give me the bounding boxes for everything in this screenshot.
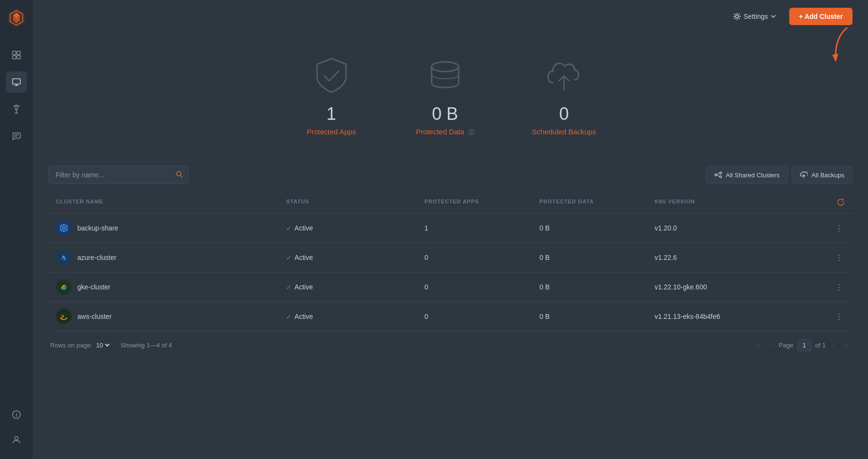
cloud-icon-container bbox=[537, 52, 591, 100]
all-shared-clusters-button[interactable]: All Shared Clusters bbox=[706, 166, 788, 184]
svg-point-20 bbox=[432, 62, 459, 72]
action-buttons: All Shared Clusters All Backups bbox=[706, 166, 853, 184]
clusters-table: CLUSTER NAME STATUS PROTECTED APPS PROTE… bbox=[48, 194, 853, 331]
sidebar-bottom bbox=[6, 403, 27, 451]
svg-point-23 bbox=[720, 172, 722, 174]
shield-icon-container bbox=[305, 52, 358, 100]
gear-icon bbox=[733, 13, 741, 20]
refresh-button[interactable] bbox=[837, 199, 845, 208]
cluster-name-cell: gke-cluster bbox=[56, 279, 286, 295]
table-row[interactable]: azure-cluster ✓ Active 0 0 B v1.22.6 ⋮ bbox=[48, 243, 853, 273]
cluster-name: azure-cluster bbox=[77, 254, 116, 261]
table-footer: Rows on page: 10 25 50 Showing 1—4 of 4 … bbox=[48, 331, 853, 359]
status-cell: ✓ Active bbox=[286, 283, 424, 291]
database-icon bbox=[423, 55, 467, 98]
protected-apps-value: 1 bbox=[424, 224, 539, 232]
cluster-name: gke-cluster bbox=[77, 283, 110, 291]
shield-icon bbox=[310, 55, 353, 98]
col-protected-apps: PROTECTED APPS bbox=[424, 199, 539, 208]
info-icon[interactable]: ⓘ bbox=[468, 129, 474, 136]
rows-label: Rows on page: bbox=[50, 342, 92, 349]
sidebar bbox=[0, 0, 33, 459]
filter-wrap bbox=[48, 166, 188, 184]
svg-point-25 bbox=[720, 176, 722, 178]
svg-point-24 bbox=[715, 174, 717, 176]
chevron-down-icon bbox=[771, 15, 776, 18]
check-icon: ✓ bbox=[286, 313, 291, 320]
table-row[interactable]: backup-share ✓ Active 1 0 B v1.20.0 ⋮ bbox=[48, 214, 853, 243]
protected-data-label: Protected Data ⓘ bbox=[416, 128, 474, 137]
stats-area: 1 Protected Apps 0 B Protected Data ⓘ bbox=[33, 33, 868, 166]
refresh-icon bbox=[837, 199, 845, 206]
protected-apps-value: 0 bbox=[424, 254, 539, 261]
table-row[interactable]: a aws-cluster ✓ Active 0 0 B v1.21.13-ek… bbox=[48, 302, 853, 331]
next-page-button[interactable]: › bbox=[829, 340, 837, 351]
add-cluster-wrap: + Add Cluster bbox=[789, 8, 853, 25]
stat-scheduled-backups: 0 Scheduled Backups bbox=[532, 52, 596, 137]
svg-line-27 bbox=[717, 175, 720, 176]
svg-rect-6 bbox=[13, 79, 20, 84]
svg-line-22 bbox=[181, 175, 183, 177]
table-header: CLUSTER NAME STATUS PROTECTED APPS PROTE… bbox=[48, 194, 853, 214]
check-icon: ✓ bbox=[286, 254, 291, 261]
add-cluster-button[interactable]: + Add Cluster bbox=[789, 8, 853, 25]
sidebar-item-grid[interactable] bbox=[6, 44, 27, 66]
check-icon: ✓ bbox=[286, 284, 291, 291]
svg-rect-2 bbox=[13, 51, 16, 55]
sidebar-item-user[interactable] bbox=[6, 429, 27, 450]
svg-point-17 bbox=[15, 437, 18, 440]
protected-data-value: 0 B bbox=[539, 313, 654, 320]
cloud-upload-icon bbox=[800, 171, 808, 179]
col-status: STATUS bbox=[286, 199, 424, 208]
svg-rect-4 bbox=[13, 56, 16, 59]
col-protected-data: PROTECTED DATA bbox=[539, 199, 654, 208]
filter-input[interactable] bbox=[48, 166, 188, 184]
content-area: All Shared Clusters All Backups CLUSTER … bbox=[33, 166, 868, 459]
stat-protected-data: 0 B Protected Data ⓘ bbox=[416, 52, 474, 137]
scheduled-backups-label: Scheduled Backups bbox=[532, 128, 596, 136]
k8s-version-value: v1.22.6 bbox=[655, 254, 816, 261]
k8s-version-value: v1.22.10-gke.600 bbox=[655, 283, 816, 291]
main-content: Settings + Add Cluster bbox=[33, 0, 868, 459]
row-more-button[interactable]: ⋮ bbox=[816, 224, 845, 233]
page-number: 1 bbox=[797, 339, 811, 351]
protected-data-value: 0 B bbox=[539, 283, 654, 291]
table-row[interactable]: gke-cluster ✓ Active 0 0 B v1.22.10-gke.… bbox=[48, 273, 853, 302]
of-label: of 1 bbox=[815, 342, 826, 349]
cluster-icon-azure bbox=[56, 250, 72, 265]
col-k8s-version: K8S VERSION bbox=[655, 199, 816, 208]
app-logo[interactable] bbox=[6, 8, 27, 28]
first-page-button[interactable]: « bbox=[754, 340, 763, 351]
sidebar-item-info[interactable] bbox=[6, 404, 27, 425]
cluster-icon-aws: a bbox=[56, 309, 72, 324]
svg-line-33 bbox=[65, 226, 67, 228]
settings-label: Settings bbox=[744, 13, 768, 20]
prev-page-button[interactable]: ‹ bbox=[767, 340, 775, 351]
status-cell: ✓ Active bbox=[286, 254, 424, 261]
row-more-button[interactable]: ⋮ bbox=[816, 253, 845, 262]
scheduled-backups-number: 0 bbox=[559, 105, 569, 123]
last-page-button[interactable]: » bbox=[841, 340, 851, 351]
col-cluster-name: CLUSTER NAME bbox=[56, 199, 286, 208]
svg-point-28 bbox=[63, 227, 65, 230]
status-cell: ✓ Active bbox=[286, 224, 424, 232]
protected-apps-number: 1 bbox=[327, 105, 336, 123]
database-icon-container bbox=[419, 52, 472, 100]
rows-per-page-select[interactable]: 10 25 50 bbox=[94, 341, 111, 349]
svg-point-16 bbox=[16, 413, 17, 414]
svg-rect-3 bbox=[17, 51, 20, 55]
sidebar-item-antenna[interactable] bbox=[6, 99, 27, 120]
sidebar-item-chat[interactable] bbox=[6, 126, 27, 147]
all-backups-button[interactable]: All Backups bbox=[792, 166, 853, 184]
row-more-button[interactable]: ⋮ bbox=[816, 312, 845, 321]
protected-apps-value: 0 bbox=[424, 313, 539, 320]
sidebar-item-monitor[interactable] bbox=[6, 72, 27, 93]
k8s-version-value: v1.21.13-eks-84b4fe6 bbox=[655, 313, 816, 320]
protected-data-value: 0 B bbox=[539, 224, 654, 232]
cluster-name-cell: azure-cluster bbox=[56, 250, 286, 265]
settings-button[interactable]: Settings bbox=[727, 9, 782, 24]
row-more-button[interactable]: ⋮ bbox=[816, 283, 845, 292]
action-bar: All Shared Clusters All Backups bbox=[48, 166, 853, 184]
cluster-icon-k8s bbox=[56, 220, 72, 236]
svg-line-32 bbox=[65, 229, 67, 230]
